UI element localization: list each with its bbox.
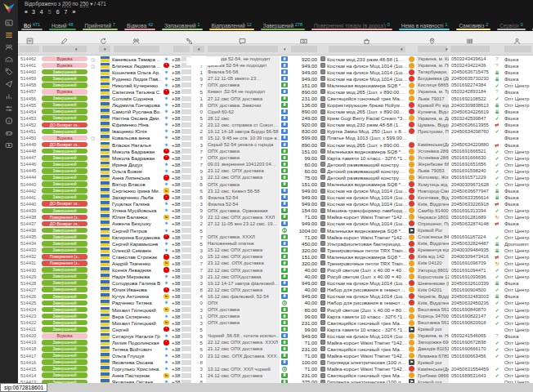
tracking-number[interactable]: 0501690663456	[449, 353, 491, 359]
delivery-address[interactable]: Украина, м. Де…	[416, 115, 449, 122]
filter-chevron-down-icon[interactable]: ▾	[446, 47, 448, 51]
sidebar-item-video[interactable]	[0, 139, 18, 151]
comment[interactable]: 09.01 звернення 1041203 04…	[206, 161, 280, 167]
phone-number[interactable]: +38	[172, 247, 191, 253]
filter-chevron-down-icon[interactable]: ▾	[198, 47, 200, 51]
tracking-number[interactable]: 20400309484935	[449, 247, 491, 253]
table-row[interactable]: 514426ЗавершенийКучук Антонинаlc+38416.1…	[18, 293, 533, 300]
table-row[interactable]: 514437ДО Возврат ск..Анжела Безушку✶+382…	[18, 220, 533, 227]
phone-number[interactable]: +38	[172, 293, 191, 300]
status-badge[interactable]: Завершений	[42, 96, 87, 101]
table-row[interactable]: 514422ЗавершенийМихаил Гилецькийlc+383ОП…	[18, 319, 533, 326]
tracking-number[interactable]: 20450636715475	[449, 69, 491, 75]
table-row[interactable]: 514444ЗавершенийАнна Липенська’+38322.12…	[18, 174, 533, 180]
comment[interactable]: 23.12 смс. ОПХ Доставка. ХХХ…	[206, 353, 280, 359]
phone-number[interactable]: +38	[172, 148, 191, 154]
status-badge[interactable]: Завершений	[42, 109, 87, 114]
sidebar-item-filters[interactable]	[0, 102, 18, 114]
status-badge[interactable]: Завершений	[42, 175, 87, 180]
delivery-address[interactable]: Украина, м. По…	[416, 62, 449, 69]
comment[interactable]: 13.12 смс ОПХ. ХХЛ чорний	[206, 366, 280, 372]
page-number[interactable]: 3	[32, 9, 35, 15]
delivery-address[interactable]: Пристроми, Пу…	[416, 128, 449, 135]
status-badge[interactable]: ДО Возврат ск..	[42, 201, 87, 207]
delivery-address[interactable]: Черкаси 18015	[416, 214, 449, 220]
page-number[interactable]: 7	[65, 9, 68, 15]
table-row[interactable]: 514455ЗавершенийЛюдмила Гончарова✶+388ОП…	[18, 102, 533, 109]
status-badge[interactable]: Завершений	[42, 307, 87, 313]
status-badge[interactable]: Завершений	[42, 188, 87, 194]
table-row[interactable]: 514459ЗавершенийРуденко Лидия Пав…✶+3892…	[18, 75, 533, 82]
status-badge[interactable]: Завершений	[42, 346, 87, 352]
status-badge[interactable]: Завершений	[42, 274, 87, 279]
page-number[interactable]: 6	[56, 9, 60, 15]
delivery-address[interactable]: Татарбунари, Ві…	[416, 69, 449, 75]
table-row[interactable]: 514439ЗавершенийУляна Мусійовська✶+389ОП…	[18, 207, 533, 214]
delivery-address[interactable]: Київ, Відділенн…	[416, 300, 449, 306]
status-badge[interactable]: Завершений	[42, 102, 87, 108]
delivery-address[interactable]: Корець 34700	[416, 313, 449, 319]
tracking-number[interactable]: 0501692108522	[449, 95, 491, 101]
delivery-address[interactable]: Київ, Відділенн…	[416, 240, 449, 247]
table-row[interactable]: 514447ЗавершенийМикола Бадражан’+387ОПХ …	[18, 154, 533, 161]
tracking-number[interactable]: 0501690672838	[449, 339, 491, 345]
comment[interactable]: 22.12 смс ОПХ доставка	[206, 267, 280, 274]
comment[interactable]: Кемел ,52-54 не подходит	[206, 88, 280, 95]
app-logo[interactable]	[0, 0, 18, 16]
table-row[interactable]: 514462Відмова◷Каневська Тамара ..✶+381Ла…	[18, 56, 533, 62]
phone-number[interactable]: +38	[172, 253, 191, 260]
table-row[interactable]: 514438Повернення (з..Юлия Баланюкlc+3892…	[18, 214, 533, 220]
tracking-number[interactable]: 0501691313394	[449, 207, 491, 214]
tab-всі[interactable]: Всі471	[18, 20, 46, 31]
phone-number[interactable]: +38	[172, 69, 191, 75]
comment[interactable]	[206, 227, 280, 234]
table-row[interactable]: 514450Відмова◷Ковальова анна✶+38815.12. …	[18, 135, 533, 141]
delivery-address[interactable]: Баштанка 56101	[416, 319, 449, 326]
filter-input[interactable]	[418, 46, 447, 52]
comment[interactable]	[206, 326, 280, 332]
table-row[interactable]: 514448ЗавершенийМикола Бадражан’+387ОПХ …	[18, 148, 533, 154]
phone-number[interactable]: +38	[172, 161, 191, 167]
phone-number[interactable]: +38	[172, 319, 191, 326]
comment[interactable]: 15.12 смс ОПХ доставка	[206, 247, 280, 253]
phone-number[interactable]: +38	[172, 95, 191, 101]
filter-input[interactable]	[43, 46, 87, 52]
comment[interactable]: 16.12 смс фіалковий, 52-54	[206, 293, 280, 300]
comment[interactable]: ОПХ доставка	[206, 148, 280, 154]
comment[interactable]: ОПХ доставка	[206, 154, 280, 161]
delivery-address[interactable]: Опришени, Пун…	[416, 220, 449, 227]
table-row[interactable]: 514446ЗавершенийИрина Дидух✶+38709.01 зв…	[18, 161, 533, 167]
tracking-number[interactable]: 20450634226619	[449, 109, 491, 115]
delivery-address[interactable]: Устинівка 28600	[416, 148, 449, 154]
status-badge[interactable]: Завершений	[42, 247, 87, 253]
comment[interactable]: 27.12 11-05 внз 23.12 смс. 19…	[206, 220, 280, 227]
filter-chevron-down-icon[interactable]: ▾	[104, 47, 106, 51]
tracking-number[interactable]: 0503243439614	[449, 56, 491, 62]
status-badge[interactable]: Відмова	[42, 56, 87, 62]
comment[interactable]: 22.12 смс ОПХ доставка. ХХЛ	[206, 214, 280, 220]
status-badge[interactable]: Завершений	[42, 129, 87, 135]
comment[interactable]: Сірий 60-62	[206, 109, 280, 115]
filter-chevron-down-icon[interactable]: ▾	[284, 47, 286, 51]
sidebar-item-orders-list[interactable]	[0, 29, 18, 41]
phone-number[interactable]: +38	[172, 366, 191, 372]
tracking-number[interactable]: 0501690666170	[449, 345, 491, 352]
status-badge[interactable]: Завершений	[42, 287, 87, 292]
phone-number[interactable]: +38	[172, 220, 191, 227]
status-badge[interactable]: Завершений	[42, 155, 87, 161]
tracking-number[interactable]: 20450634220880	[449, 141, 491, 148]
phone-number[interactable]: +38	[172, 339, 191, 345]
status-badge[interactable]: Завершений	[42, 314, 87, 319]
tab-відмова[interactable]: Відмова42	[121, 20, 159, 31]
status-badge[interactable]: Завершений	[42, 241, 87, 247]
delivery-address[interactable]: Украина, м. Но…	[416, 332, 449, 339]
tracking-number[interactable]: 20400309838613	[449, 102, 491, 109]
comment[interactable]: 24.12 смс ОПХ доставка	[206, 372, 280, 379]
phone-number[interactable]: +38	[172, 207, 191, 214]
table-row[interactable]: 514458ЗавершенийНиколай Кучеренко✶+387ОП…	[18, 82, 533, 88]
tracking-number[interactable]: 20450632483003	[449, 293, 491, 300]
comment[interactable]: ОПХ доставка. ХХХЛ	[206, 234, 280, 240]
status-badge[interactable]: ДО Возврат ск..	[42, 221, 87, 227]
tracking-number[interactable]: 0501689531643	[449, 372, 491, 379]
filter-input[interactable]	[208, 46, 278, 52]
